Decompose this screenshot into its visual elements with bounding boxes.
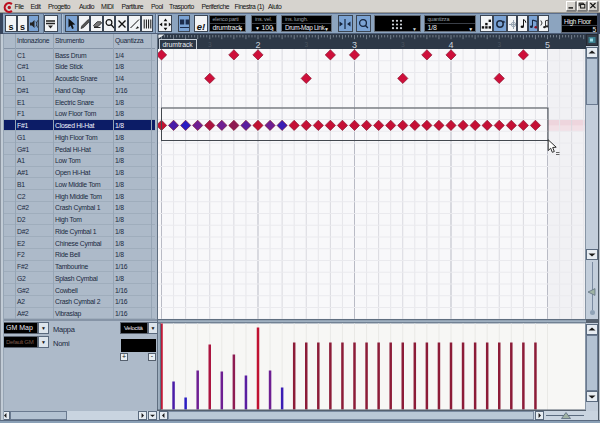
svg-text:3: 3 [401, 41, 405, 48]
svg-text:5: 5 [545, 40, 550, 50]
svg-text:3: 3 [497, 41, 501, 48]
svg-text:4: 4 [448, 40, 453, 50]
svg-text:3: 3 [352, 40, 357, 50]
svg-text:2: 2 [255, 40, 260, 50]
svg-text:3: 3 [208, 41, 212, 48]
svg-text:drumtrack: drumtrack [163, 41, 194, 48]
svg-text:3: 3 [304, 41, 308, 48]
